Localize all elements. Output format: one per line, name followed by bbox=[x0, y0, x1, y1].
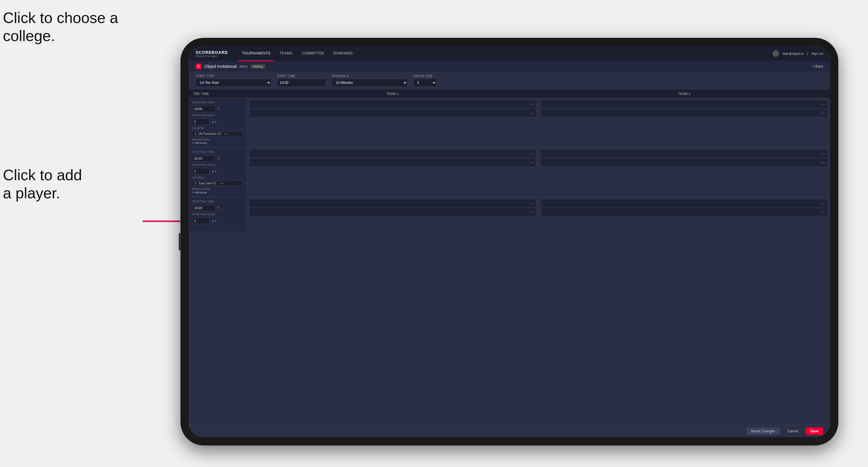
start-type-group: Start Type 1st Tee Start bbox=[196, 74, 271, 87]
hole-chevron-row1: ▲▼ bbox=[211, 120, 217, 123]
reset-changes-button[interactable]: Reset Changes bbox=[746, 427, 780, 435]
slot-chevron-btn[interactable]: ▸ bbox=[824, 112, 825, 115]
slot-chevron-btn[interactable]: ▸ bbox=[532, 161, 533, 164]
slot-chevron-btn[interactable]: ▸ bbox=[824, 202, 825, 205]
starting-time-input-row2[interactable] bbox=[192, 155, 215, 162]
tab-rankings[interactable]: RANKINGS bbox=[329, 46, 358, 61]
left-col-row1: STARTING TIME: ⏱ STARTING HOLE: ▲▼ COURS… bbox=[189, 98, 247, 147]
starting-time-input-row3[interactable] bbox=[192, 205, 215, 211]
slot-chevron-btn[interactable]: ▸ bbox=[532, 112, 533, 115]
player-slot[interactable]: × ▸ bbox=[541, 208, 827, 216]
slot-chevron-btn[interactable]: ▸ bbox=[532, 202, 533, 205]
starting-hole-input-row2[interactable] bbox=[192, 168, 210, 175]
slot-chevron-btn[interactable]: ▸ bbox=[532, 211, 533, 214]
player-slot[interactable]: × ▸ bbox=[250, 199, 535, 207]
course-label-row2: COURSE: bbox=[192, 176, 243, 179]
player-slot[interactable]: × ▸ bbox=[541, 109, 827, 117]
add-group-row2[interactable]: + Add Group bbox=[192, 191, 243, 194]
slot-chevron-btn[interactable]: ▸ bbox=[824, 103, 825, 106]
player-slot[interactable]: × ▸ bbox=[250, 109, 535, 117]
start-time-input[interactable] bbox=[277, 79, 326, 87]
starting-time-label-row1: STARTING TIME: bbox=[192, 101, 243, 104]
tab-committee[interactable]: COMMITTEE bbox=[297, 46, 329, 61]
tablet-side-button bbox=[179, 233, 181, 250]
slot-x-btn[interactable]: × bbox=[820, 152, 822, 155]
player-slot[interactable]: × ▸ bbox=[250, 208, 535, 216]
cancel-button[interactable]: Cancel bbox=[783, 427, 803, 435]
clock-icon-row2: ⏱ bbox=[217, 157, 220, 160]
slot-chevron-btn[interactable]: ▸ bbox=[532, 152, 533, 155]
slot-x-btn[interactable]: × bbox=[820, 112, 822, 115]
slot-x-btn[interactable]: × bbox=[820, 211, 822, 214]
header-right: blair@clippd.io | Sign out bbox=[773, 50, 823, 57]
player-slot[interactable]: × ▸ bbox=[250, 150, 535, 157]
sub-header: C Clippd Invitational (Men) Hosting < Ba… bbox=[189, 61, 830, 72]
course-tag-row2[interactable]: 🏌 East Lake GC × ▸ bbox=[192, 181, 243, 186]
group-size-group: Group Size 3 bbox=[413, 74, 437, 87]
starting-hole-input-row1[interactable] bbox=[192, 119, 210, 125]
slot-chevron-btn[interactable]: ▸ bbox=[824, 211, 825, 214]
group-size-select[interactable]: 3 bbox=[413, 79, 437, 87]
intervals-group: Intervals 10 Minutes bbox=[332, 74, 407, 87]
add-group-row1[interactable]: + Add Group bbox=[192, 142, 243, 145]
player-slot[interactable]: × ▸ bbox=[541, 100, 827, 108]
table-row: STARTING TIME: ⏱ STARTING HOLE: ▲▼ COURS… bbox=[189, 98, 830, 148]
back-button[interactable]: < Back bbox=[812, 64, 823, 68]
player-slot[interactable]: × ▸ bbox=[250, 159, 535, 166]
slot-chevron-btn[interactable]: ▸ bbox=[824, 152, 825, 155]
course-remove-row1[interactable]: × bbox=[224, 132, 225, 135]
app-footer: Reset Changes Cancel Save bbox=[189, 425, 830, 437]
th-team1: Team 1 bbox=[247, 90, 538, 98]
slot-x-btn[interactable]: × bbox=[529, 112, 531, 115]
top-annotation-line2: college. bbox=[3, 27, 55, 44]
hole-chevron-row3: ▲▼ bbox=[211, 219, 217, 222]
start-type-select[interactable]: 1st Tee Start bbox=[196, 79, 271, 87]
remove-group-row1[interactable]: Remove Group bbox=[192, 138, 243, 141]
team2-col-row2: × ▸ × ▸ bbox=[538, 148, 830, 197]
slot-x-btn[interactable]: × bbox=[529, 202, 531, 205]
slot-x-btn[interactable]: × bbox=[529, 103, 531, 106]
logo-text: SCOREBOARD bbox=[196, 50, 228, 55]
app-container: SCOREBOARD Powered by clippd TOURNAMENTS… bbox=[189, 46, 830, 437]
slot-x-btn[interactable]: × bbox=[820, 161, 822, 164]
slot-x-btn[interactable]: × bbox=[820, 202, 822, 205]
slot-chevron-btn[interactable]: ▸ bbox=[532, 103, 533, 106]
player-slot[interactable]: × ▸ bbox=[250, 100, 535, 108]
starting-hole-input-row3[interactable] bbox=[192, 217, 210, 224]
slot-x-btn[interactable]: × bbox=[529, 161, 531, 164]
group-size-label: Group Size bbox=[413, 74, 437, 78]
start-time-label: Start Time bbox=[277, 74, 326, 78]
save-button[interactable]: Save bbox=[806, 427, 823, 435]
slot-x-btn[interactable]: × bbox=[529, 152, 531, 155]
th-tee-time: Tee Time bbox=[189, 90, 247, 98]
starting-time-label-row3: STARTING TIME: bbox=[192, 200, 243, 203]
tab-teams[interactable]: TEAMS bbox=[275, 46, 297, 61]
starting-time-input-row1[interactable] bbox=[192, 106, 215, 112]
course-tag-row1[interactable]: 🏌 (A) Peachtree GC × ▸ bbox=[192, 131, 243, 136]
table-header: Tee Time Team 1 Team 2 bbox=[189, 90, 830, 98]
slot-chevron-btn[interactable]: ▸ bbox=[824, 161, 825, 164]
course-remove-row2[interactable]: × bbox=[219, 182, 221, 185]
intervals-select[interactable]: 10 Minutes bbox=[332, 79, 407, 87]
starting-time-row1: ⏱ bbox=[192, 106, 243, 112]
top-annotation-line1: Click to choose a bbox=[3, 9, 118, 26]
slot-x-btn[interactable]: × bbox=[529, 211, 531, 214]
tablet-frame: SCOREBOARD Powered by clippd TOURNAMENTS… bbox=[181, 38, 838, 445]
team2-col-row3: × ▸ × ▸ bbox=[538, 197, 830, 232]
remove-group-row2[interactable]: Remove Group bbox=[192, 187, 243, 190]
player-slot[interactable]: × ▸ bbox=[541, 199, 827, 207]
player-slot[interactable]: × ▸ bbox=[541, 150, 827, 157]
slot-x-btn[interactable]: × bbox=[820, 103, 822, 106]
c-logo: C bbox=[196, 63, 202, 69]
user-email: blair@clippd.io bbox=[782, 52, 803, 55]
player-slot[interactable]: × ▸ bbox=[541, 159, 827, 166]
tab-tournaments[interactable]: TOURNAMENTS bbox=[237, 46, 275, 61]
bottom-annotation-line1: Click to add bbox=[3, 166, 82, 183]
bottom-annotation-line2: a player. bbox=[3, 185, 60, 201]
form-controls: Start Type 1st Tee Start Start Time Inte… bbox=[189, 72, 830, 90]
nav-tabs: TOURNAMENTS TEAMS COMMITTEE RANKINGS bbox=[237, 46, 773, 61]
sign-out-link[interactable]: Sign out bbox=[811, 52, 823, 55]
left-col-row3: STARTING TIME: ⏱ STARTING HOLE: ▲▼ bbox=[189, 197, 247, 232]
starting-time-row2: ⏱ bbox=[192, 155, 243, 162]
course-name-row1: (A) Peachtree GC bbox=[198, 132, 221, 135]
